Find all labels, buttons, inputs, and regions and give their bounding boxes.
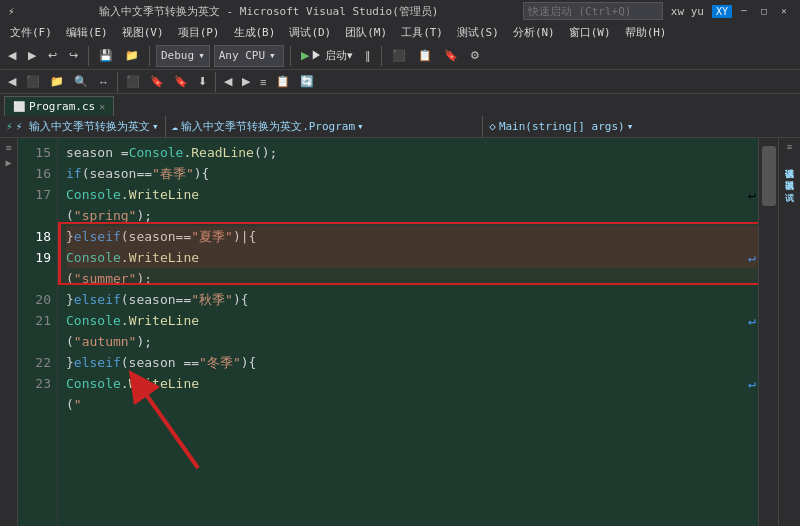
title-bar: ⚡ 输入中文季节转换为英文 - Microsoft Visual Studio(…	[0, 0, 800, 22]
toolbar2-btn4[interactable]: 🔍	[70, 71, 92, 93]
code-23-4: WriteLine	[129, 373, 199, 394]
toolbar-extra3[interactable]: 🔖	[440, 45, 462, 67]
code-line-18: }else if(season=="夏季")|{	[66, 226, 758, 247]
menu-window[interactable]: 窗口(W)	[563, 24, 617, 41]
toolbar-undo[interactable]: ↩	[44, 45, 61, 67]
toolbar-extra2[interactable]: 📋	[414, 45, 436, 67]
line-num-19: 19	[18, 247, 51, 268]
code-16-kw: if	[66, 163, 82, 184]
menu-file[interactable]: 文件(F)	[4, 24, 58, 41]
method-label: Main(string[] args)	[499, 120, 625, 133]
toolbar-forward[interactable]: ▶	[24, 45, 40, 67]
toolbar-redo[interactable]: ↪	[65, 45, 82, 67]
code-line-15: season = Console.ReadLine();	[66, 142, 758, 163]
toolbar2-btn10[interactable]: ◀	[220, 71, 236, 93]
code-line-19b: ("summer");	[66, 268, 758, 289]
nav-method-dropdown[interactable]: ◇ Main(string[] args) ▾	[483, 116, 800, 137]
line-num-16: 16	[18, 163, 51, 184]
toolbar-save[interactable]: 💾	[95, 45, 117, 67]
menu-test[interactable]: 测试(S)	[451, 24, 505, 41]
code-20-2: (season==	[121, 289, 191, 310]
separator1	[88, 46, 89, 66]
tab-program-cs[interactable]: ⬜ Program.cs ✕	[4, 96, 114, 116]
debug-config-dropdown[interactable]: Debug ▾	[156, 45, 210, 67]
code-23b-str: "	[74, 394, 82, 415]
menu-debug[interactable]: 调试(D)	[283, 24, 337, 41]
line-num-22: 22	[18, 352, 51, 373]
line-num-21b	[18, 331, 51, 352]
platform-dropdown[interactable]: Any CPU ▾	[214, 45, 284, 67]
toolbar-open[interactable]: 📁	[121, 45, 143, 67]
toolbar2-btn6[interactable]: ⬛	[122, 71, 144, 93]
attach-button[interactable]: ‖	[361, 45, 375, 67]
menu-project[interactable]: 项目(P)	[172, 24, 226, 41]
line-arrow-23: ↵	[748, 373, 756, 394]
title-bar-title: 输入中文季节转换为英文 - Microsoft Visual Studio(管理…	[15, 4, 523, 19]
separator2	[149, 46, 150, 66]
menu-tools[interactable]: 工具(T)	[395, 24, 449, 41]
title-bar-left: ⚡	[8, 5, 15, 18]
code-20-kw1: else	[74, 289, 105, 310]
code-16-1: (season==	[82, 163, 152, 184]
code-19-2: Console	[66, 247, 121, 268]
class-label: 输入中文季节转换为英文.Program	[181, 119, 355, 134]
toolbar2-btn5[interactable]: ↔	[94, 71, 113, 93]
left-icon-2[interactable]: ▶	[5, 157, 11, 168]
menu-edit[interactable]: 编辑(E)	[60, 24, 114, 41]
scroll-thumb[interactable]	[762, 146, 776, 206]
line-arrow-19: ↵	[748, 247, 756, 268]
code-19b-str: "summer"	[74, 268, 137, 289]
code-17-3: .	[121, 184, 129, 205]
left-icon-1[interactable]: ≡	[5, 142, 11, 153]
nav-class-dropdown[interactable]: ☁ 输入中文季节转换为英文.Program ▾	[166, 116, 484, 137]
code-20-kw2: if	[105, 289, 121, 310]
minimize-button[interactable]: ─	[736, 4, 752, 18]
platform-label: Any CPU	[219, 49, 265, 62]
toolbar2-btn1[interactable]: ◀	[4, 71, 20, 93]
quick-search-input[interactable]	[523, 2, 663, 20]
code-20-3: ){	[233, 289, 249, 310]
nav-bar: ⚡ ⚡ 输入中文季节转换为英文 ▾ ☁ 输入中文季节转换为英文.Program …	[0, 116, 800, 138]
editor-container: ≡ ▶ 15 16 17 18 19 20 21 22 23 season = …	[0, 138, 800, 526]
toolbar-extra4[interactable]: ⚙	[466, 45, 484, 67]
toolbar2-btn3[interactable]: 📁	[46, 71, 68, 93]
toolbar2-btn11[interactable]: ▶	[238, 71, 254, 93]
toolbar-extra1[interactable]: ⬛	[388, 45, 410, 67]
chevron-down-icon: ▾	[198, 49, 205, 62]
menu-analyze[interactable]: 分析(N)	[507, 24, 561, 41]
toolbar2-btn14[interactable]: 🔄	[296, 71, 318, 93]
code-17b-str: "spring"	[74, 205, 137, 226]
nav-breadcrumb[interactable]: ⚡ ⚡ 输入中文季节转换为英文 ▾	[0, 116, 166, 137]
menu-build[interactable]: 生成(B)	[228, 24, 282, 41]
code-line-19: Console.WriteLine ↵	[66, 247, 758, 268]
class-arrow: ▾	[357, 120, 364, 133]
toolbar2-btn7[interactable]: 🔖	[146, 71, 168, 93]
far-right-icon1: ≡	[787, 142, 792, 152]
code-19b-2: );	[136, 268, 152, 289]
run-button[interactable]: ▶ ▶ 启动▾	[297, 45, 357, 67]
code-editor[interactable]: season = Console.ReadLine(); if(season==…	[58, 138, 758, 526]
toolbar2-btn13[interactable]: 📋	[272, 71, 294, 93]
code-22-3: ){	[241, 352, 257, 373]
code-line-17b: ("spring");	[66, 205, 758, 226]
menu-team[interactable]: 团队(M)	[339, 24, 393, 41]
toolbar-back[interactable]: ◀	[4, 45, 20, 67]
run-label: ▶ 启动▾	[311, 48, 353, 63]
toolbar2-btn8[interactable]: 🔖	[170, 71, 192, 93]
close-button[interactable]: ✕	[776, 4, 792, 18]
scrollbar[interactable]	[758, 138, 778, 526]
line-num-15: 15	[18, 142, 51, 163]
code-23-3: .	[121, 373, 129, 394]
menu-view[interactable]: 视图(V)	[116, 24, 170, 41]
code-17-4: WriteLine	[129, 184, 199, 205]
code-21-4: WriteLine	[129, 310, 199, 331]
menu-help[interactable]: 帮助(H)	[619, 24, 673, 41]
toolbar2-btn9[interactable]: ⬇	[194, 71, 211, 93]
app-icon: ⚡	[8, 5, 15, 18]
line-num-23b	[18, 394, 51, 415]
toolbar2-btn12[interactable]: ≡	[256, 71, 270, 93]
code-18-kw1: else	[74, 226, 105, 247]
maximize-button[interactable]: □	[756, 4, 772, 18]
tab-close-button[interactable]: ✕	[99, 101, 105, 112]
toolbar2-btn2[interactable]: ⬛	[22, 71, 44, 93]
